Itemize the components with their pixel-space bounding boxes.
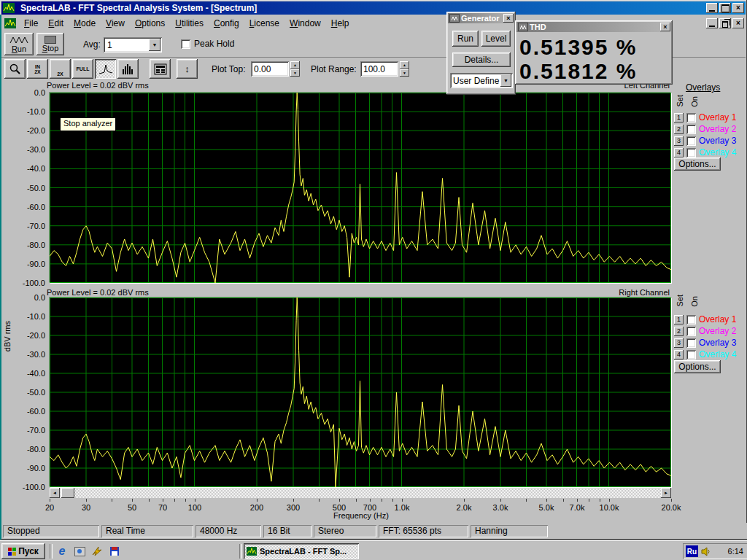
mdi-close-button[interactable]: × bbox=[732, 18, 744, 28]
overlay-set-button-1[interactable]: 1 bbox=[674, 113, 684, 122]
scroll-left-button[interactable]: ◄ bbox=[50, 488, 60, 498]
plot-range-spinner[interactable]: ▲ ▼ bbox=[400, 61, 409, 77]
desktop: SpectraLAB - FFT Spectral Analysis Syste… bbox=[0, 0, 747, 560]
zoom-out-2x-button[interactable]: 2X bbox=[50, 59, 71, 79]
mdi-minimize-button[interactable] bbox=[706, 18, 718, 28]
desktop-edge bbox=[0, 15, 1, 540]
thd-left-value: 0.51395 % bbox=[519, 35, 668, 59]
language-indicator[interactable]: Ru bbox=[686, 545, 698, 557]
spectrum-view-button[interactable] bbox=[95, 59, 116, 79]
x-axis-title: Frequency (Hz) bbox=[333, 511, 389, 520]
overlay-set-button-1[interactable]: 1 bbox=[674, 315, 684, 324]
overlay-options-button-left[interactable]: Options... bbox=[674, 158, 721, 171]
menu-item-utilities[interactable]: Utilities bbox=[170, 16, 209, 31]
display-options-button[interactable] bbox=[150, 59, 171, 79]
generator-title-bar[interactable]: Generator × bbox=[448, 13, 514, 23]
overlay-on-checkbox-4[interactable] bbox=[686, 148, 696, 158]
show-desktop-icon[interactable] bbox=[73, 545, 86, 558]
overlays-title: Overlays bbox=[686, 82, 720, 93]
overlay-set-button-2[interactable]: 2 bbox=[674, 125, 684, 134]
run-button[interactable]: Run bbox=[4, 33, 34, 55]
overlay-set-button-3[interactable]: 3 bbox=[674, 338, 684, 348]
x-tick-label: 7.0k bbox=[570, 503, 585, 512]
menu-item-config[interactable]: Config bbox=[209, 16, 244, 31]
overlay-label-3: Overlay 3 bbox=[699, 338, 736, 348]
zoom-full-button[interactable]: FULL bbox=[72, 59, 93, 79]
generator-close-button[interactable]: × bbox=[503, 14, 514, 23]
menu-item-view[interactable]: View bbox=[101, 16, 130, 31]
channels-icon[interactable] bbox=[90, 545, 104, 558]
spin-down-icon[interactable]: ▼ bbox=[290, 69, 300, 77]
overlay-on-checkbox-1[interactable] bbox=[686, 315, 696, 324]
overlay-on-checkbox-4[interactable] bbox=[686, 350, 696, 359]
x-tick bbox=[185, 499, 186, 502]
save-disk-icon[interactable] bbox=[108, 545, 121, 558]
x-tick bbox=[392, 499, 393, 502]
peak-hold-checkbox[interactable]: Peak Hold bbox=[178, 39, 234, 49]
avg-combobox[interactable]: 1 ▼ bbox=[104, 37, 162, 52]
right-channel-spectrum bbox=[50, 298, 671, 487]
right-channel-plot bbox=[50, 298, 671, 487]
menu-item-edit[interactable]: Edit bbox=[43, 16, 69, 31]
overlay-on-checkbox-3[interactable] bbox=[686, 136, 696, 146]
overlay-label-1: Overlay 1 bbox=[699, 314, 736, 324]
taskbar: Пуск e SpectraLAB - FFT Sp... Ru 6:14 bbox=[0, 540, 747, 560]
internet-explorer-icon[interactable]: e bbox=[55, 545, 69, 558]
close-button[interactable]: × bbox=[732, 3, 744, 13]
overlay-set-button-3[interactable]: 3 bbox=[674, 136, 684, 146]
y-tick-label: -100.0 bbox=[3, 279, 45, 287]
bar-view-button[interactable] bbox=[117, 59, 139, 79]
x-tick-label: 200 bbox=[250, 503, 263, 512]
menu-item-options[interactable]: Options bbox=[130, 16, 170, 31]
chevron-down-icon[interactable]: ▼ bbox=[500, 74, 511, 87]
on-label: On bbox=[690, 296, 699, 307]
generator-mode-combobox[interactable]: User Define ▼ bbox=[450, 73, 513, 88]
overlay-set-button-2[interactable]: 2 bbox=[674, 327, 684, 336]
chevron-down-icon[interactable]: ▼ bbox=[149, 39, 160, 51]
overlay-on-checkbox-2[interactable] bbox=[686, 125, 696, 134]
overlay-set-button-4[interactable]: 4 bbox=[674, 148, 684, 158]
menu-item-file[interactable]: File bbox=[19, 16, 43, 31]
zoom-in-2x-button[interactable]: IN 2X bbox=[27, 59, 48, 79]
spin-up-icon[interactable]: ▲ bbox=[400, 61, 409, 69]
plot-range-input[interactable]: 100.0 bbox=[360, 61, 398, 77]
x-tick-label: 70 bbox=[158, 503, 167, 512]
stop-button[interactable]: Stop bbox=[36, 33, 64, 55]
overlay-on-checkbox-2[interactable] bbox=[686, 327, 696, 336]
spin-down-icon[interactable]: ▼ bbox=[400, 69, 409, 77]
checkbox-box[interactable] bbox=[181, 39, 190, 49]
clock[interactable]: 6:14 bbox=[728, 547, 743, 556]
app-icon bbox=[247, 547, 257, 556]
speaker-icon[interactable] bbox=[701, 547, 711, 556]
start-button[interactable]: Пуск bbox=[1, 543, 45, 559]
task-button-spectralab[interactable]: SpectraLAB - FFT Sp... bbox=[244, 543, 359, 559]
menu-item-help[interactable]: Help bbox=[326, 16, 355, 31]
plot-top-spinner[interactable]: ▲ ▼ bbox=[290, 61, 300, 77]
scrollbar-thumb[interactable] bbox=[61, 488, 74, 498]
minimize-button[interactable] bbox=[706, 3, 718, 13]
menu-item-license[interactable]: License bbox=[244, 16, 285, 31]
overlay-on-checkbox-1[interactable] bbox=[686, 113, 696, 122]
overlay-on-checkbox-3[interactable] bbox=[686, 338, 696, 348]
overlay-set-button-4[interactable]: 4 bbox=[674, 350, 684, 359]
spin-up-icon[interactable]: ▲ bbox=[290, 61, 300, 69]
mdi-restore-button[interactable] bbox=[719, 18, 731, 28]
maximize-button[interactable] bbox=[719, 3, 731, 13]
thd-close-button[interactable]: × bbox=[660, 23, 670, 31]
menu-item-mode[interactable]: Mode bbox=[69, 16, 101, 31]
thd-title-bar[interactable]: THD × bbox=[516, 22, 671, 32]
x-tick bbox=[464, 499, 465, 502]
x-tick bbox=[356, 499, 357, 502]
menu-item-window[interactable]: Window bbox=[285, 16, 326, 31]
zoom-cursor-button[interactable] bbox=[4, 59, 26, 79]
plot-top-input[interactable]: 0.00 bbox=[251, 61, 289, 77]
generator-level-button[interactable]: Level bbox=[481, 31, 511, 47]
generator-run-button[interactable]: Run bbox=[452, 31, 479, 47]
scroll-right-button[interactable]: ► bbox=[661, 488, 671, 498]
generator-details-button[interactable]: Details... bbox=[452, 52, 511, 67]
vertical-scale-button[interactable]: ↕ bbox=[177, 59, 198, 79]
overlay-options-button-right[interactable]: Options... bbox=[674, 360, 721, 373]
y-tick-label: -90.0 bbox=[3, 260, 45, 268]
frequency-scrollbar[interactable]: ◄ ► bbox=[50, 488, 671, 498]
y-tick-label: -90.0 bbox=[3, 464, 45, 472]
